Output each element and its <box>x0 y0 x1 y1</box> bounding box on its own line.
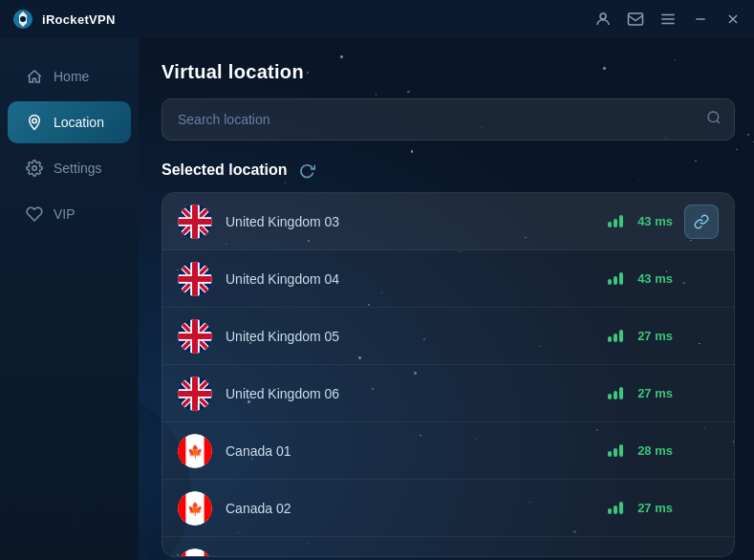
sidebar-label-location: Location <box>54 115 104 130</box>
section-title: Selected location <box>162 162 288 179</box>
location-item-uk03[interactable]: United Kingdom 03 43 ms <box>162 193 734 250</box>
svg-rect-30 <box>205 491 212 526</box>
location-name-uk05: United Kingdom 05 <box>226 329 608 344</box>
sidebar: Home Location Settings VIP <box>0 38 139 560</box>
location-item-uk06[interactable]: United Kingdom 06 27 ms <box>162 365 734 422</box>
window-controls <box>593 10 743 29</box>
sidebar-item-home[interactable]: Home <box>8 55 131 97</box>
connect-placeholder-uk05 <box>684 319 719 354</box>
menu-icon[interactable] <box>658 10 678 29</box>
bar2 <box>614 276 617 285</box>
signal-bars-ca02 <box>608 502 623 514</box>
bar3 <box>619 330 623 342</box>
location-name-ca02: Canada 02 <box>226 501 608 516</box>
flag-uk06 <box>178 377 212 411</box>
sidebar-item-vip[interactable]: VIP <box>8 193 131 235</box>
location-icon <box>25 113 44 132</box>
location-item-uk04[interactable]: United Kingdom 04 43 ms <box>162 250 734 308</box>
search-icon <box>706 110 722 129</box>
signal-bars-uk03 <box>608 215 623 227</box>
svg-rect-34 <box>178 549 185 556</box>
flag-uk04 <box>178 262 212 296</box>
svg-text:🍁: 🍁 <box>187 500 204 516</box>
bar3 <box>619 444 623 457</box>
bar2 <box>614 391 617 399</box>
sidebar-label-settings: Settings <box>54 161 102 176</box>
ping-uk03: 43 ms <box>633 214 673 228</box>
svg-point-12 <box>708 112 719 122</box>
bar2 <box>614 219 617 227</box>
titlebar: iRocketVPN <box>0 0 754 38</box>
svg-line-13 <box>717 120 720 123</box>
connect-placeholder-ca01 <box>684 434 719 468</box>
connect-placeholder-ca03 <box>684 549 719 556</box>
svg-point-1 <box>20 16 26 22</box>
location-list: United Kingdom 03 43 ms United Kingdom <box>162 193 734 556</box>
connect-placeholder-uk06 <box>684 377 719 411</box>
bar3 <box>619 272 623 285</box>
app-logo: iRocketVPN <box>11 8 116 31</box>
ping-ca01: 28 ms <box>633 443 673 458</box>
svg-point-10 <box>32 118 37 123</box>
svg-rect-35 <box>205 549 212 556</box>
bar1 <box>608 279 612 285</box>
ping-ca02: 27 ms <box>633 501 673 515</box>
sidebar-label-home: Home <box>54 69 89 84</box>
svg-point-11 <box>32 166 37 171</box>
location-item-ca01[interactable]: 🍁 Canada 01 28 ms <box>162 422 734 480</box>
logo-icon <box>11 8 34 31</box>
location-item-ca02[interactable]: 🍁 Canada 02 27 ms <box>162 480 734 537</box>
close-button[interactable] <box>723 10 743 29</box>
location-list-container: United Kingdom 03 43 ms United Kingdom <box>162 192 735 557</box>
home-icon <box>25 67 44 86</box>
bar1 <box>608 508 612 514</box>
minimize-button[interactable] <box>691 10 710 29</box>
svg-rect-3 <box>629 13 643 25</box>
connect-placeholder-uk04 <box>684 262 719 296</box>
flag-ca01: 🍁 <box>178 434 212 468</box>
mail-icon[interactable] <box>626 10 645 29</box>
ping-uk04: 43 ms <box>633 271 673 286</box>
location-name-ca01: Canada 01 <box>226 443 608 459</box>
bar1 <box>608 394 612 399</box>
sidebar-item-settings[interactable]: Settings <box>8 147 131 189</box>
section-header: Selected location <box>162 160 735 181</box>
svg-rect-25 <box>205 434 212 468</box>
signal-bars-uk06 <box>608 387 623 399</box>
signal-bars-uk04 <box>608 272 623 285</box>
location-item-uk05[interactable]: United Kingdom 05 27 ms <box>162 308 734 365</box>
refresh-button[interactable] <box>297 160 318 181</box>
search-input[interactable] <box>162 98 735 140</box>
location-item-ca03[interactable]: 🍁 Canada 03 27 ms <box>162 537 734 556</box>
ping-uk05: 27 ms <box>633 329 673 343</box>
flag-uk05 <box>178 319 212 354</box>
main-content: Virtual location Selected location <box>139 38 754 560</box>
signal-bars-ca01 <box>608 444 623 457</box>
svg-rect-24 <box>178 434 185 468</box>
bar3 <box>619 502 623 514</box>
location-name-uk06: United Kingdom 06 <box>226 386 608 401</box>
bar3 <box>619 387 623 399</box>
sidebar-item-location[interactable]: Location <box>8 101 131 143</box>
bar2 <box>614 448 617 457</box>
signal-bars-uk05 <box>608 330 623 342</box>
bar1 <box>608 222 612 227</box>
flag-ca02: 🍁 <box>178 491 212 526</box>
svg-rect-29 <box>178 491 185 526</box>
flag-ca03: 🍁 <box>178 549 212 556</box>
bar1 <box>608 336 612 342</box>
bar2 <box>614 506 617 514</box>
connect-placeholder-ca02 <box>684 491 719 526</box>
bar2 <box>614 334 617 342</box>
connect-button-uk03[interactable] <box>684 205 719 239</box>
user-icon[interactable] <box>593 10 613 29</box>
bar1 <box>608 451 612 457</box>
svg-text:🍁: 🍁 <box>187 442 204 459</box>
vip-icon <box>25 205 44 224</box>
flag-uk03 <box>178 205 212 239</box>
bar3 <box>619 215 623 227</box>
sidebar-label-vip: VIP <box>54 206 75 222</box>
app-name: iRocketVPN <box>42 12 116 27</box>
location-name-uk03: United Kingdom 03 <box>226 214 608 229</box>
ping-uk06: 27 ms <box>633 386 673 400</box>
